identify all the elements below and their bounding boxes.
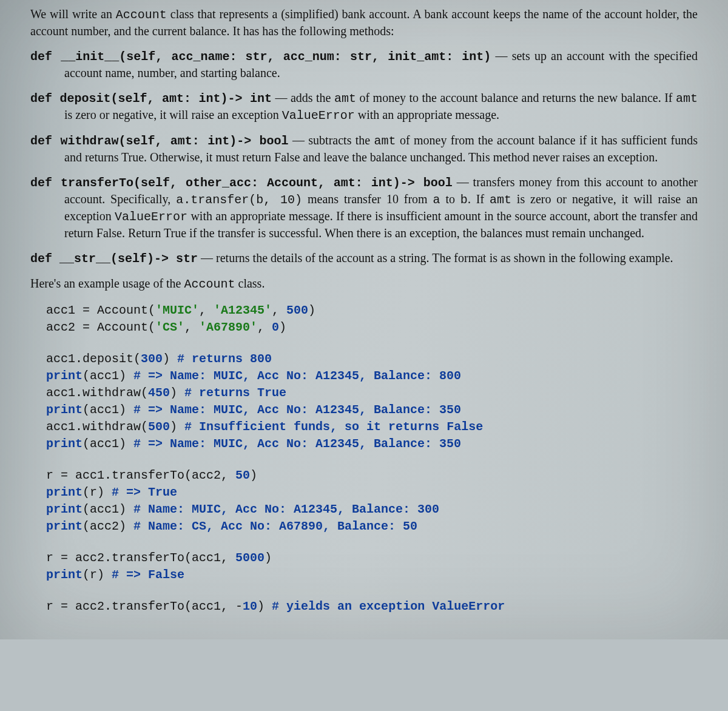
code-inline: amt [490, 193, 511, 207]
code-inline: amt [374, 134, 396, 148]
string-literal: 'MUIC' [155, 303, 199, 317]
code-inline: b [460, 193, 468, 207]
code: r = acc2.transferTo(acc1, [46, 551, 235, 565]
signature: __str__(self)-> str [52, 252, 198, 266]
code: ) [250, 468, 257, 482]
keyword: def [30, 50, 52, 64]
code: ) [163, 352, 177, 366]
class-name: Account [184, 277, 235, 291]
text: is zero or negative, it will raise an ex… [64, 108, 282, 121]
code-block-5: r = acc2.transferTo(acc1, -10) # yields … [46, 598, 698, 615]
code: ) [308, 303, 315, 317]
text: class. [235, 277, 265, 290]
document-page: We will write an Account class that repr… [0, 0, 728, 639]
example-intro: Here's an example usage of the Account c… [30, 275, 698, 292]
description: — returns the details of the account as … [198, 251, 673, 265]
text: means transfer 10 from [302, 192, 433, 206]
code-block-1: acc1 = Account('MUIC', 'A12345', 500) ac… [46, 302, 698, 336]
number-literal: 500 [286, 303, 308, 317]
number-literal: 5000 [235, 551, 265, 565]
comment: # => Name: MUIC, Acc No: A12345, Balance… [133, 437, 461, 451]
code: acc1 = Account( [46, 303, 155, 317]
code: r = acc1.transferTo(acc2, [46, 468, 235, 482]
builtin: print [46, 519, 83, 533]
number-literal: 450 [148, 386, 170, 400]
code: , [199, 303, 214, 317]
comment: # => Name: MUIC, Acc No: A12345, Balance… [133, 403, 461, 417]
class-name: Account [116, 8, 167, 22]
string-literal: 'A67890' [199, 320, 257, 334]
number-literal: 50 [235, 468, 250, 482]
code: (acc1) [83, 502, 133, 516]
code: , [257, 320, 272, 334]
code-inline: a [433, 193, 440, 207]
code: (acc1) [83, 437, 133, 451]
code: acc1.withdraw( [46, 386, 148, 400]
code: (acc2) [83, 519, 133, 533]
intro-paragraph: We will write an Account class that repr… [30, 6, 698, 39]
comment: # yields an exception ValueError [272, 599, 505, 613]
keyword: def [30, 134, 52, 148]
code: ) [257, 599, 272, 613]
code-inline: ValueError [282, 109, 355, 123]
text: — adds the [272, 91, 334, 104]
code: ) [170, 386, 184, 400]
code: , [184, 320, 199, 334]
comment: # Name: MUIC, Acc No: A12345, Balance: 3… [133, 502, 439, 516]
text: — subtracts the [289, 133, 374, 147]
code: acc1.withdraw( [46, 420, 148, 434]
comment: # => True [112, 485, 177, 499]
comment: # Name: CS, Acc No: A67890, Balance: 50 [133, 519, 417, 533]
code: ) [170, 420, 184, 434]
signature: __init__(self, acc_name: str, acc_num: s… [52, 50, 491, 64]
comment: # returns True [184, 386, 286, 400]
string-literal: 'CS' [155, 320, 184, 334]
signature: deposit(self, amt: int)-> int [52, 92, 272, 106]
number-literal: 0 [272, 320, 279, 334]
code: r = acc2.transferTo(acc1, - [46, 599, 243, 613]
comment: # => Name: MUIC, Acc No: A12345, Balance… [133, 369, 461, 383]
builtin: print [46, 403, 83, 417]
code-block-2: acc1.deposit(300) # returns 800 print(ac… [46, 351, 698, 453]
number-literal: 10 [243, 599, 257, 613]
code: (acc1) [83, 369, 133, 383]
code-inline: a.transfer(b, 10) [176, 193, 302, 207]
code: (r) [83, 568, 112, 582]
code-inline: ValueError [115, 210, 187, 224]
method-deposit: def deposit(self, amt: int)-> int — adds… [30, 90, 698, 124]
code-block-4: r = acc2.transferTo(acc1, 5000) print(r)… [46, 550, 698, 584]
code: acc2 = Account( [46, 320, 155, 334]
comment: # returns 800 [177, 352, 272, 366]
comment: # Insufficient funds, so it returns Fals… [184, 420, 483, 434]
number-literal: 300 [141, 352, 163, 366]
builtin: print [46, 568, 83, 582]
signature: transferTo(self, other_acc: Account, amt… [52, 176, 453, 190]
code-inline: amt [334, 92, 356, 106]
method-str: def __str__(self)-> str — returns the de… [30, 250, 698, 267]
method-withdraw: def withdraw(self, amt: int)-> bool — su… [30, 132, 698, 166]
number-literal: 500 [148, 420, 170, 434]
text: . If [468, 192, 490, 206]
signature: withdraw(self, amt: int)-> bool [52, 134, 289, 148]
text: to [440, 192, 460, 206]
text: We will write an [30, 7, 116, 21]
code-block-3: r = acc1.transferTo(acc2, 50) print(r) #… [46, 467, 698, 535]
code: (acc1) [83, 403, 133, 417]
keyword: def [30, 92, 52, 106]
code: ) [279, 320, 286, 334]
method-init: def __init__(self, acc_name: str, acc_nu… [30, 48, 698, 81]
text: Here's an example usage of the [30, 277, 184, 290]
builtin: print [46, 437, 83, 451]
code: ) [265, 551, 272, 565]
code: (r) [83, 485, 112, 499]
method-transferto: def transferTo(self, other_acc: Account,… [30, 174, 698, 241]
code: acc1.deposit( [46, 352, 141, 366]
string-literal: 'A12345' [214, 303, 272, 317]
comment: # => False [112, 568, 184, 582]
code-inline: amt [676, 92, 698, 106]
text: of money to the account balance and retu… [356, 91, 676, 104]
keyword: def [30, 252, 52, 266]
builtin: print [46, 369, 83, 383]
keyword: def [30, 176, 52, 190]
code: , [272, 303, 286, 317]
